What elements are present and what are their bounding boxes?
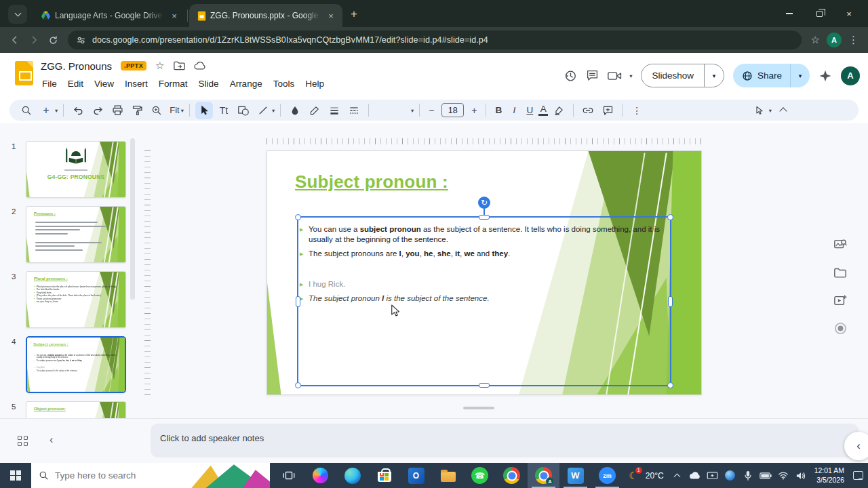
share-button[interactable]: Share	[757, 70, 782, 81]
wifi-icon[interactable]	[777, 471, 789, 480]
menu-slide[interactable]: Slide	[193, 77, 224, 91]
action-center-icon[interactable]	[852, 471, 864, 480]
minimize-button[interactable]	[774, 0, 804, 27]
star-document-icon[interactable]: ☆	[155, 60, 164, 72]
line-caret[interactable]: ▾	[272, 107, 275, 114]
zoom-level-label[interactable]: Fit	[167, 105, 180, 115]
font-size-field[interactable]: 18	[441, 103, 464, 117]
slideshow-dropdown-caret[interactable]: ▾	[705, 73, 724, 79]
menu-tools[interactable]: Tools	[268, 77, 300, 91]
hidden-icons-chevron[interactable]	[671, 472, 684, 479]
resize-handle-w[interactable]	[296, 296, 300, 307]
border-weight-icon[interactable]	[326, 102, 343, 119]
highlight-color-icon[interactable]	[550, 102, 568, 119]
folder-icon[interactable]	[833, 265, 848, 280]
border-dash-icon[interactable]	[345, 102, 363, 119]
clock[interactable]: 12:01 AM3/5/2026	[814, 466, 844, 485]
insert-shape-icon[interactable]	[235, 102, 252, 119]
undo-button[interactable]	[69, 102, 87, 119]
new-tab-button[interactable]: +	[351, 7, 357, 21]
slide-title[interactable]: Subject pronoun :	[295, 171, 448, 192]
text-color-button[interactable]: A	[538, 104, 548, 117]
pointer-mode-icon[interactable]	[751, 102, 768, 119]
zoom-icon-app[interactable]: zm	[591, 463, 623, 488]
document-status-cloud-icon[interactable]	[194, 61, 206, 70]
pointer-mode-caret[interactable]: ▾	[769, 107, 772, 114]
overlay-back-button[interactable]: ‹	[844, 432, 868, 460]
browser-menu-icon[interactable]: ⋮	[848, 34, 859, 46]
start-button[interactable]	[0, 463, 31, 488]
resize-handle-nw[interactable]	[295, 214, 301, 220]
chrome-icon[interactable]	[496, 463, 528, 488]
menu-format[interactable]: Format	[153, 77, 193, 91]
edge-icon[interactable]	[336, 463, 368, 488]
move-folder-icon[interactable]	[174, 61, 185, 70]
meet-camera-icon[interactable]	[608, 70, 623, 81]
insert-line-icon[interactable]	[254, 102, 272, 119]
current-slide[interactable]: Subject pronoun : ▶You can use a subject…	[267, 150, 702, 395]
microphone-icon[interactable]	[742, 470, 754, 481]
insert-link-icon[interactable]	[579, 102, 597, 119]
account-avatar[interactable]: A	[841, 66, 860, 85]
document-title[interactable]: ZGG. Pronouns	[41, 60, 112, 72]
reload-button[interactable]	[43, 30, 62, 49]
tab-language-arts[interactable]: Language Arts - Google Drive ×	[33, 4, 186, 27]
cast-screen-icon[interactable]	[707, 471, 719, 481]
redo-button[interactable]	[89, 102, 106, 119]
outlook-icon[interactable]: O	[400, 463, 432, 488]
collapse-filmstrip-icon[interactable]: ‹	[50, 434, 53, 446]
fill-color-icon[interactable]	[286, 102, 304, 119]
border-color-icon[interactable]	[306, 102, 323, 119]
grid-view-icon[interactable]	[18, 436, 28, 446]
print-icon[interactable]	[108, 102, 126, 119]
forward-button[interactable]	[24, 30, 43, 49]
volume-icon[interactable]	[795, 471, 807, 481]
copilot-icon[interactable]	[304, 463, 336, 488]
close-tab-icon[interactable]: ×	[168, 11, 180, 21]
slide-thumbnail-3[interactable]: Plural pronouns : ▶Plural pronouns take …	[26, 271, 126, 328]
collapse-toolbar-icon[interactable]	[774, 102, 792, 119]
resize-handle-e[interactable]	[668, 296, 673, 307]
video-export-icon[interactable]	[833, 293, 848, 308]
restore-button[interactable]	[804, 0, 834, 27]
image-search-icon[interactable]	[833, 237, 848, 252]
battery-icon[interactable]	[760, 472, 772, 479]
gemini-icon[interactable]	[818, 69, 832, 83]
camera-dropdown-caret[interactable]: ▾	[629, 73, 632, 79]
tab-search-button[interactable]	[8, 5, 27, 24]
menu-view[interactable]: View	[89, 77, 119, 91]
underline-button[interactable]: U	[523, 105, 536, 115]
decrease-font-size-button[interactable]: −	[425, 105, 437, 116]
resize-handle-n[interactable]	[479, 215, 490, 220]
menu-edit[interactable]: Edit	[62, 77, 89, 91]
word-icon[interactable]: W	[559, 463, 591, 488]
close-tab-icon[interactable]: ×	[325, 11, 337, 21]
text-box-selection[interactable]: ↻	[297, 216, 671, 386]
menu-arrange[interactable]: Arrange	[224, 77, 268, 91]
temperature-label[interactable]: 20°C	[646, 471, 664, 481]
tab-pronouns-pptx[interactable]: ZGG. Pronouns.pptx - Google S ×	[189, 4, 342, 27]
italic-button[interactable]: I	[507, 105, 521, 115]
record-icon[interactable]	[833, 321, 848, 336]
google-slides-logo[interactable]	[15, 61, 33, 85]
more-options-icon[interactable]: ⋮	[628, 102, 646, 119]
add-comment-icon[interactable]	[599, 102, 616, 119]
slideshow-button[interactable]: Slideshow	[642, 70, 704, 81]
new-slide-button[interactable]: +	[37, 102, 55, 119]
filmstrip-scrollbar[interactable]	[130, 138, 135, 300]
menu-file[interactable]: File	[37, 77, 62, 91]
increase-font-size-button[interactable]: +	[468, 105, 480, 116]
font-family-dropdown[interactable]: ▾	[374, 107, 414, 114]
slide-thumbnail-4-selected[interactable]: Subject pronoun : ▶You can use a subject…	[26, 336, 126, 393]
resize-handle-sw[interactable]	[295, 382, 301, 388]
resize-handle-ne[interactable]	[667, 214, 673, 220]
horizontal-scroll-indicator[interactable]	[463, 407, 494, 409]
file-explorer-icon[interactable]	[432, 463, 464, 488]
whatsapp-icon[interactable]: ☎	[464, 463, 496, 488]
resize-handle-s[interactable]	[479, 383, 490, 388]
address-box[interactable]: docs.google.com/presentation/d/1ZzrKL8tW…	[68, 30, 802, 49]
back-button[interactable]	[5, 30, 24, 49]
search-input[interactable]	[55, 470, 177, 481]
paint-format-icon[interactable]	[128, 102, 146, 119]
zoom-icon[interactable]	[148, 102, 165, 119]
